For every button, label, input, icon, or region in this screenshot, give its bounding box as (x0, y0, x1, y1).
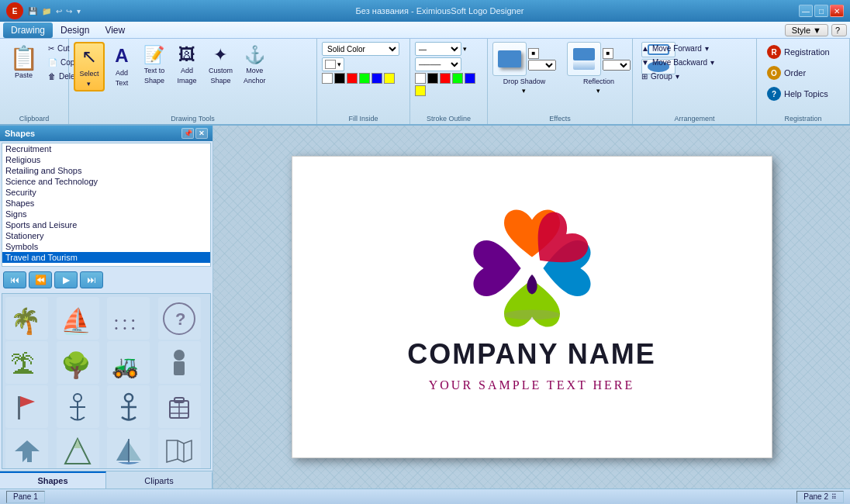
reflection-select[interactable] (603, 60, 631, 71)
shape-icon-sailboat2[interactable] (107, 430, 150, 468)
shape-icon-palm[interactable]: 🌴 (5, 297, 48, 340)
fill-swatch[interactable] (322, 73, 333, 84)
shape-icon-dots[interactable]: • • •• • • (107, 297, 150, 340)
shape-icon-map[interactable] (158, 430, 201, 468)
svg-point-15 (74, 394, 81, 402)
shape-icon-mountain[interactable] (57, 430, 99, 468)
add-image-button[interactable]: 🖼 Add Image (171, 42, 202, 88)
tab-cliparts[interactable]: Cliparts (106, 471, 212, 488)
fill-type-select[interactable]: Solid Color Gradient Pattern (322, 42, 399, 56)
list-item[interactable]: Shapes (2, 198, 210, 209)
stroke-swatch[interactable] (415, 85, 426, 96)
shape-icon-anchor2[interactable] (107, 385, 150, 428)
maximize-button[interactable]: □ (814, 5, 828, 17)
shape-icon-luggage[interactable] (158, 385, 201, 428)
shape-icon-flag[interactable] (5, 385, 48, 428)
shape-icon-airplane[interactable] (5, 430, 48, 468)
stroke-style-select[interactable]: ──── ━━━ (415, 57, 461, 71)
help-topics-button[interactable]: ? Help Topics (762, 84, 845, 104)
select-label: Select (79, 70, 98, 78)
drop-shadow-select[interactable] (528, 60, 556, 71)
fill-swatch[interactable] (371, 73, 382, 84)
fill-more-btn[interactable]: ▾ (337, 60, 341, 68)
svg-text:🌳: 🌳 (60, 350, 92, 380)
menu-view[interactable]: View (97, 22, 133, 38)
group-button[interactable]: ⊞ Group ▾ (638, 70, 752, 83)
shape-icons-scroll[interactable]: 🌴 ⛵ • • •• • • ? 🏝 (2, 294, 210, 468)
shape-icon-question[interactable]: ? (158, 297, 201, 340)
drop-shadow-preview[interactable] (492, 42, 527, 76)
menu-drawing[interactable]: Drawing (3, 22, 53, 38)
add-text-button[interactable]: A Add Text (106, 42, 137, 90)
paste-icon: 📋 (9, 44, 38, 71)
menubar: Drawing Design View Style ▼ ? (0, 22, 850, 39)
menu-design[interactable]: Design (53, 22, 97, 38)
list-item[interactable]: Stationery (2, 230, 210, 241)
pin-button[interactable]: 📌 (181, 128, 194, 139)
list-item[interactable]: Security (2, 187, 210, 198)
style-button[interactable]: Style ▼ (785, 24, 828, 36)
move-anchor-button[interactable]: ⚓ Move Anchor (239, 42, 271, 88)
shape-icon-palms[interactable]: 🌳 (57, 341, 99, 384)
drop-shadow-arrow[interactable]: ▾ (522, 87, 526, 95)
first-button[interactable]: ⏮ (3, 271, 26, 288)
list-item[interactable]: Sports and Leisure (2, 219, 210, 230)
custom-shape-button[interactable]: ✦ Custom Shape (204, 42, 237, 88)
reflection-color[interactable]: ■ (603, 48, 613, 59)
quick-access: 💾 📁 ↩ ↪ ▾ (28, 7, 81, 16)
help-button[interactable]: ? (831, 24, 847, 36)
paste-button[interactable]: 📋 Paste (5, 42, 43, 81)
stroke-swatch[interactable] (465, 73, 475, 84)
shapes-panel-header: Shapes 📌 ✕ (0, 126, 212, 141)
select-tool-button[interactable]: ↖ Select ▾ (74, 42, 105, 91)
shape-icon-sailboat[interactable]: ⛵ (57, 297, 99, 340)
add-image-label: Add (181, 67, 193, 75)
prev-button[interactable]: ⏪ (29, 271, 52, 288)
play-button[interactable]: ▶ (54, 271, 78, 288)
ribbon-group-registration: R Registration O Order ? Help Topics Reg… (757, 39, 850, 124)
shape-icon-person[interactable] (158, 341, 201, 384)
text-to-shape-button[interactable]: 📝 Text to Shape (139, 42, 170, 88)
ribbon-group-stroke: — - - ··· ▾ ──── ━━━ Stroke (410, 39, 488, 124)
list-item[interactable]: Symbols (2, 241, 210, 252)
order-button[interactable]: O Order (762, 63, 845, 83)
canvas-paper[interactable]: COMPANY NAME YOUR SAMPLE TEXT HERE (292, 156, 772, 458)
fill-swatch[interactable] (359, 73, 370, 84)
shape-icon-vehicle[interactable]: 🚜 (107, 341, 150, 384)
shape-category-list[interactable]: Recruitment Religious Retailing and Shop… (2, 143, 211, 267)
reflection-preview[interactable] (567, 42, 601, 76)
fill-swatch[interactable] (384, 73, 395, 84)
shape-icon-anchor[interactable] (57, 385, 99, 428)
stroke-swatch[interactable] (440, 73, 451, 84)
stroke-type-select[interactable]: — - - ··· (415, 42, 461, 56)
close-button[interactable]: ✕ (830, 5, 844, 17)
list-item[interactable]: Religious (2, 154, 210, 165)
list-item[interactable]: Retailing and Shops (2, 165, 210, 176)
effects-label: Effects (488, 115, 632, 123)
list-item[interactable]: Science and Technology (2, 176, 210, 187)
statusbar: Pane 1 Pane 2 ⠿ (0, 488, 850, 504)
tab-shapes[interactable]: Shapes (0, 471, 106, 488)
stroke-swatch[interactable] (452, 73, 463, 84)
fill-swatch[interactable] (334, 73, 345, 84)
move-backward-button[interactable]: ▼ Move Backward ▾ (638, 56, 752, 69)
registration-button[interactable]: R Registration (762, 42, 845, 62)
move-forward-button[interactable]: ▲ Move Forward ▾ (638, 42, 752, 55)
drop-shadow-color[interactable]: ■ (528, 48, 539, 59)
group-arrow: ▾ (676, 72, 679, 81)
registration-group-label: Registration (757, 115, 849, 123)
stroke-swatches (415, 73, 482, 96)
list-item[interactable]: Signs (2, 209, 210, 219)
last-button[interactable]: ⏭ (80, 271, 103, 288)
list-item[interactable]: Recruitment (2, 143, 210, 154)
stroke-swatch[interactable] (427, 73, 438, 84)
fill-swatch[interactable] (347, 73, 358, 84)
close-panel-button[interactable]: ✕ (195, 128, 208, 139)
minimize-button[interactable]: — (799, 5, 813, 17)
list-item-selected[interactable]: Travel and Tourism (2, 252, 210, 263)
svg-text:• • •: • • • (115, 323, 136, 333)
fill-color-preview[interactable] (325, 60, 336, 69)
stroke-swatch[interactable] (415, 73, 426, 84)
reflection-arrow[interactable]: ▾ (596, 87, 600, 95)
shape-icon-island[interactable]: 🏝 (5, 341, 48, 384)
